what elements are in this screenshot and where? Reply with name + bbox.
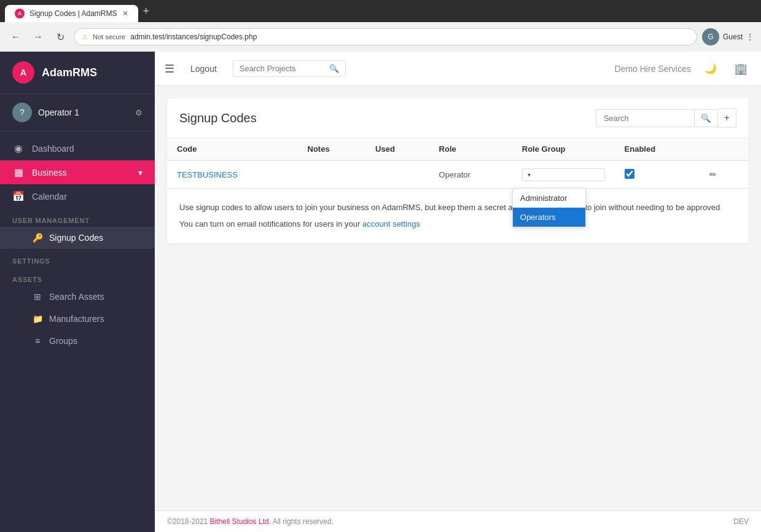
code-link[interactable]: TESTBUSINESS	[177, 170, 238, 179]
enabled-checkbox[interactable]	[625, 169, 634, 179]
section-user-management: User Management	[0, 208, 155, 227]
groups-icon: ≡	[32, 336, 43, 346]
forward-button[interactable]: →	[29, 28, 47, 45]
sidebar-item-manufacturers[interactable]: 📁 Manufacturers	[0, 308, 155, 330]
card-search-area: 🔍 +	[596, 108, 736, 128]
profile-area[interactable]: G Guest ⋮	[702, 28, 754, 45]
card-add-button[interactable]: +	[718, 108, 736, 128]
code-cell: TESTBUSINESS	[167, 160, 298, 189]
notes-cell	[298, 160, 366, 189]
section-settings: Settings	[0, 249, 155, 267]
browser-menu-icon[interactable]: ⋮	[746, 33, 754, 41]
not-secure-label: Not secure	[93, 33, 125, 41]
profile-label: Guest	[723, 33, 743, 41]
business-icon: ▦	[12, 166, 25, 178]
demo-hire-label[interactable]: Demo Hire Services	[615, 64, 691, 74]
column-used: Used	[365, 138, 429, 160]
footer: ©2018-2021 Bithell Studios Ltd. All righ…	[155, 510, 761, 532]
account-settings-link[interactable]: account settings	[362, 219, 420, 229]
role-group-dropdown[interactable]: ▾	[522, 168, 605, 181]
search-icon: 🔍	[329, 64, 339, 73]
info-text-line2: You can turn on email notifications for …	[179, 218, 736, 231]
dark-mode-icon[interactable]: 🌙	[701, 59, 720, 78]
column-actions	[697, 138, 749, 160]
sidebar-user: ? Operator 1 ⚙	[0, 94, 155, 131]
table-header-row: Code Notes Used Role Role Group Enabled	[167, 138, 749, 160]
role-group-dropdown-menu: Administrator Operators	[512, 188, 586, 227]
edit-button[interactable]: ✏	[707, 167, 719, 182]
sidebar-item-search-assets[interactable]: ⊞ Search Assets	[0, 286, 155, 308]
card-search-input[interactable]	[596, 109, 694, 127]
url-display: admin.test/instances/signupCodes.php	[130, 33, 257, 41]
browser-tab[interactable]: A Signup Codes | AdamRMS ✕	[5, 5, 138, 22]
key-icon: 🔑	[32, 233, 43, 243]
signup-codes-label: Signup Codes	[49, 233, 103, 243]
logo-icon: A	[12, 61, 34, 84]
business-label: Business	[32, 168, 131, 178]
user-name-label: Operator 1	[38, 108, 129, 117]
search-assets-label: Search Assets	[49, 292, 104, 302]
calendar-label: Calendar	[32, 192, 142, 201]
new-tab-button[interactable]: +	[138, 0, 155, 22]
role-group-cell: ▾ Administrator Operators	[512, 160, 615, 189]
sidebar-item-calendar[interactable]: 📅 Calendar	[0, 184, 155, 208]
column-role-group: Role Group	[512, 138, 615, 160]
sidebar-item-signup-codes[interactable]: 🔑 Signup Codes	[0, 227, 155, 249]
manufacturers-label: Manufacturers	[49, 314, 104, 324]
enabled-cell	[615, 160, 697, 189]
back-button[interactable]: ←	[7, 28, 25, 45]
gear-icon[interactable]: ⚙	[135, 108, 142, 117]
column-role: Role	[429, 138, 512, 160]
user-avatar: ?	[12, 103, 32, 122]
dropdown-item-operators[interactable]: Operators	[513, 208, 585, 227]
security-warning: ⚠	[82, 33, 88, 41]
sidebar-item-groups[interactable]: ≡ Groups	[0, 330, 155, 352]
tab-close-button[interactable]: ✕	[122, 9, 128, 18]
manufacturers-icon: 📁	[32, 314, 43, 324]
top-bar: ☰ Logout 🔍 Demo Hire Services 🌙 🏢	[155, 52, 761, 86]
dropdown-item-administrator[interactable]: Administrator	[513, 189, 585, 208]
actions-cell: ✏	[697, 160, 749, 189]
section-assets: Assets	[0, 267, 155, 286]
page-area: Signup Codes 🔍 + Code Not	[155, 86, 761, 510]
calendar-icon: 📅	[12, 190, 25, 202]
sidebar-nav: ◉ Dashboard ▦ Business ▾ 📅 Calendar User…	[0, 131, 155, 532]
sidebar-item-dashboard[interactable]: ◉ Dashboard	[0, 136, 155, 160]
search-projects-input[interactable]	[240, 64, 326, 73]
building-icon[interactable]: 🏢	[730, 58, 751, 79]
column-code: Code	[167, 138, 298, 160]
column-notes: Notes	[298, 138, 366, 160]
column-enabled: Enabled	[615, 138, 697, 160]
groups-label: Groups	[49, 336, 77, 346]
used-cell	[365, 160, 429, 189]
chevron-down-icon: ▾	[528, 171, 531, 178]
sidebar: A AdamRMS ? Operator 1 ⚙ ◉ Dashboard ▦ B…	[0, 52, 155, 532]
page-title: Signup Codes	[179, 111, 596, 125]
footer-copyright: ©2018-2021 Bithell Studios Ltd. All righ…	[167, 517, 334, 526]
table-row: TESTBUSINESS Operator ▾	[167, 160, 749, 189]
hamburger-icon[interactable]: ☰	[165, 62, 174, 76]
sidebar-item-business[interactable]: ▦ Business ▾	[0, 160, 155, 184]
info-box: Use signup codes to allow users to join …	[167, 189, 749, 243]
favicon: A	[15, 9, 25, 18]
chevron-down-icon: ▾	[138, 168, 142, 178]
footer-company-link[interactable]: Bithell Studios Ltd.	[210, 517, 271, 526]
dashboard-icon: ◉	[12, 143, 25, 154]
role-cell: Operator	[429, 160, 512, 189]
dashboard-label: Dashboard	[32, 144, 142, 154]
card-header: Signup Codes 🔍 +	[167, 98, 749, 138]
sidebar-logo: A AdamRMS	[0, 52, 155, 94]
refresh-button[interactable]: ↻	[52, 28, 69, 45]
tab-title: Signup Codes | AdamRMS	[29, 9, 117, 18]
logout-button[interactable]: Logout	[184, 60, 223, 77]
signup-codes-card: Signup Codes 🔍 + Code Not	[167, 98, 749, 243]
card-search-button[interactable]: 🔍	[694, 109, 718, 127]
signup-codes-table: Code Notes Used Role Role Group Enabled	[167, 138, 749, 189]
profile-icon: G	[702, 28, 719, 45]
address-bar[interactable]: ⚠ Not secure admin.test/instances/signup…	[74, 28, 697, 45]
search-projects-field[interactable]: 🔍	[233, 60, 346, 77]
logo-text: AdamRMS	[42, 66, 97, 79]
info-text-line1: Use signup codes to allow users to join …	[179, 201, 736, 214]
footer-dev-label: DEV	[733, 517, 749, 526]
search-assets-icon: ⊞	[32, 292, 43, 302]
